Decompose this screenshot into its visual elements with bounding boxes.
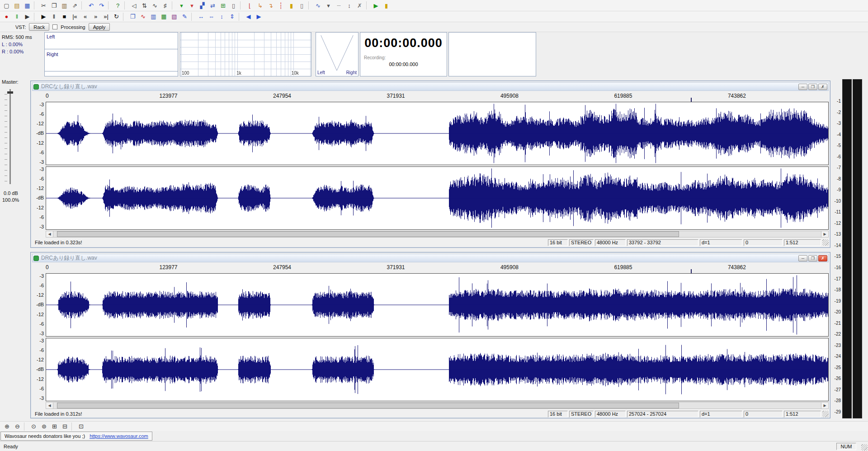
resize-grip[interactable] (822, 239, 829, 246)
zoom-all-icon[interactable]: ⊚ (39, 422, 49, 431)
rewind-icon[interactable]: « (80, 12, 90, 21)
copy-icon[interactable]: ❐ (49, 1, 59, 10)
waveform-canvas[interactable] (46, 274, 828, 336)
draw-icon[interactable]: ✎ (179, 12, 190, 21)
undo-icon[interactable]: ↶ (86, 1, 96, 10)
waveform-left-channel[interactable] (46, 273, 829, 337)
close-button[interactable]: ✗ (818, 255, 827, 261)
cut-icon[interactable]: ✂ (38, 1, 49, 10)
zoom-vertical-in-icon[interactable]: ⊞ (49, 422, 60, 431)
window-resize-grip[interactable] (861, 444, 868, 451)
waveform-canvas[interactable] (46, 167, 828, 229)
waveform-right-channel[interactable] (46, 166, 829, 230)
marker-line-icon[interactable]: ┆ (276, 1, 286, 10)
waveform-left-channel[interactable] (46, 102, 829, 165)
zoom-out-icon[interactable]: ⊖ (12, 422, 23, 431)
scroll-thumb[interactable] (57, 403, 679, 408)
updown-icon[interactable]: ↕ (344, 1, 354, 10)
donation-link[interactable]: https://www.wavosaur.com (90, 433, 148, 439)
window-titlebar[interactable]: DRCあり録り直し.wav ─ ❐ ✗ (32, 254, 829, 262)
scroll-right-arrow[interactable]: ▶ (821, 403, 828, 408)
resize-grip[interactable] (822, 411, 829, 417)
envelope-icon[interactable]: ∿ (313, 1, 323, 10)
vst-rack-button[interactable]: Rack (29, 23, 49, 31)
pause-alt-icon[interactable]: ‖ (12, 12, 22, 21)
grid-view-icon[interactable]: ▦ (159, 12, 169, 21)
help-icon[interactable]: ? (113, 1, 123, 10)
cue-prev-icon[interactable]: ↳ (255, 1, 265, 10)
scroll-left-arrow[interactable]: ◀ (46, 231, 53, 237)
lock-icon[interactable]: ▮ (286, 1, 297, 10)
redo-icon[interactable]: ↷ (96, 1, 107, 10)
open-icon[interactable]: ▤ (12, 1, 22, 10)
volume-icon[interactable]: ◁ (129, 1, 139, 10)
window-titlebar[interactable]: DRCなし録り直し.wav ─ ❐ ✗ (32, 82, 829, 91)
prev-view-icon[interactable]: ◀ (243, 12, 254, 21)
horizontal-scrollbar[interactable]: ◀ ▶ (46, 402, 829, 409)
scroll-track[interactable] (53, 231, 821, 237)
zoom-v-out-icon[interactable]: ⇕ (227, 12, 237, 21)
maximize-button[interactable]: ❐ (808, 84, 817, 90)
apply-button[interactable]: Apply (89, 23, 110, 31)
processing-checkbox[interactable] (52, 24, 57, 29)
next-view-icon[interactable]: ▶ (254, 12, 264, 21)
zoom-h-out-icon[interactable]: ⇔ (206, 12, 217, 21)
waveform-right-channel[interactable] (46, 338, 829, 401)
zoom-selection-icon[interactable]: ⊙ (28, 422, 39, 431)
stop-icon[interactable]: ■ (59, 12, 70, 21)
clear-vst-icon[interactable]: ✗ (354, 1, 365, 10)
minimize-button[interactable]: ─ (798, 255, 807, 261)
minimize-button[interactable]: ─ (798, 84, 807, 90)
cue-point-icon[interactable]: ⌊ (245, 1, 255, 10)
maximize-button[interactable]: ❐ (808, 255, 817, 261)
waveform-canvas[interactable] (46, 102, 828, 165)
resample-icon[interactable]: ∿ (150, 1, 160, 10)
save-icon[interactable]: ▦ (22, 1, 33, 10)
loop-selection-icon[interactable]: ⇄ (208, 1, 218, 10)
statistics-icon[interactable]: ∿ (138, 12, 148, 21)
lock2-icon[interactable]: ▮ (381, 1, 392, 10)
cue-next-icon[interactable]: ↴ (265, 1, 276, 10)
new-icon[interactable]: ▢ (1, 1, 12, 10)
master-slider-track[interactable] (9, 89, 11, 184)
master-slider-handle[interactable] (7, 91, 13, 94)
spectrum-view-icon[interactable]: ▥ (148, 12, 159, 21)
timeline-ruler[interactable]: 0123977247954371931495908619885743862 (46, 91, 829, 102)
loop-icon[interactable]: ↻ (111, 12, 122, 21)
channel-mix-icon[interactable]: ⇅ (139, 1, 150, 10)
scroll-right-arrow[interactable]: ▶ (821, 231, 828, 237)
sonogram-icon[interactable]: ▧ (169, 12, 179, 21)
waveform-canvas[interactable] (46, 338, 828, 401)
dropdown-icon[interactable]: ▾ (323, 1, 334, 10)
close-button[interactable]: ✗ (818, 84, 827, 90)
trash-icon[interactable]: ▯ (297, 1, 307, 10)
vst-play-icon[interactable]: ▶ (371, 1, 381, 10)
marker-delete-icon[interactable]: ▾ (187, 1, 197, 10)
region-icon[interactable]: ▞ (197, 1, 208, 10)
zoom-h-in-icon[interactable]: ↔ (196, 12, 206, 21)
zoom-in-icon[interactable]: ⊕ (2, 422, 12, 431)
go-end-icon[interactable]: »| (101, 12, 111, 21)
pause-icon[interactable]: ‖ (49, 12, 59, 21)
paste-icon[interactable]: ▥ (59, 1, 70, 10)
horizontal-scrollbar[interactable]: ◀ ▶ (46, 231, 829, 237)
snap-grid-icon[interactable]: ⊞ (218, 1, 228, 10)
go-start-icon[interactable]: |« (70, 12, 80, 21)
record-icon[interactable]: ● (1, 12, 12, 21)
paste-new-icon[interactable]: ⇗ (70, 1, 80, 10)
play-icon[interactable]: ▶ (38, 12, 49, 21)
marker-add-icon[interactable]: ▾ (176, 1, 187, 10)
zoom-vertical-out-icon[interactable]: ⊟ (60, 422, 70, 431)
scroll-thumb[interactable] (57, 231, 679, 237)
timeline-ruler[interactable]: 0123977247954371931495908619885743862 (46, 262, 829, 273)
copy-view-icon[interactable]: ❐ (127, 12, 138, 21)
scroll-track[interactable] (53, 403, 821, 408)
bin-icon[interactable]: ▯ (228, 1, 239, 10)
forward-icon[interactable]: » (90, 12, 101, 21)
zoom-reset-icon[interactable]: ⊡ (76, 422, 86, 431)
scroll-left-arrow[interactable]: ◀ (46, 403, 53, 408)
play-cursor-icon[interactable]: ▶ (22, 12, 33, 21)
pitch-icon[interactable]: ♯ (160, 1, 170, 10)
zoom-v-in-icon[interactable]: ↕ (217, 12, 227, 21)
dashes-icon[interactable]: ┄ (334, 1, 344, 10)
